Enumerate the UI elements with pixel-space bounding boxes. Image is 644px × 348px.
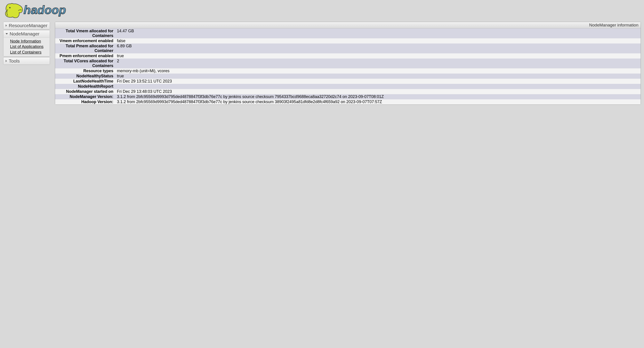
table-row: NodeManager started onFri Dec 29 13:48:0… [55,89,641,94]
info-label: Hadoop Version: [55,99,116,105]
info-label: LastNodeHealthTime [55,79,116,84]
info-table: Total Vmem allocated for Containers14.47… [55,29,641,105]
sidebar-label: ResourceManager [9,23,48,28]
table-row: Vmem enforcement enabledfalse [55,38,641,44]
info-label: Resource types [55,68,116,74]
info-value: 3.1.2 from 2bfc95569d9993d795ded4878847f… [116,94,641,99]
table-row: Pmem enforcement enabledtrue [55,53,641,59]
svg-point-0 [9,7,10,8]
hadoop-logo: hadoop [4,2,641,19]
table-row: Hadoop Version:3.1.2 from 2bfc95569d9993… [55,99,641,105]
info-label: Total Vmem allocated for Containers [55,29,116,38]
sidebar-header-nodemanager[interactable]: NodeManager [3,30,50,38]
table-row: NodeManager Version:3.1.2 from 2bfc95569… [55,94,641,99]
info-label: NodeManager started on [55,89,116,94]
info-value [116,84,641,89]
info-value: Fri Dec 29 13:52:11 UTC 2023 [116,79,641,84]
info-label: Pmem enforcement enabled [55,53,116,59]
sidebar-header-resourcemanager[interactable]: ResourceManager [3,22,50,29]
table-row: NodeHealthyStatustrue [55,74,641,79]
sidebar-link-list-applications[interactable]: List of Applications [10,44,48,49]
sidebar-link-list-containers[interactable]: List of Containers [10,50,48,55]
table-row: Resource typesmemory-mb (unit=Mi), vcore… [55,68,641,74]
sidebar-label: NodeManager [10,31,40,37]
sidebar-label: Tools [9,58,20,64]
sidebar-group-nodemanager: NodeManager Node Information List of App… [3,30,50,57]
sidebar-items-nodemanager: Node Information List of Applications Li… [3,38,50,56]
info-label: Total Pmem allocated for Container [55,44,116,53]
main-panel: NodeManager information Total Vmem alloc… [55,22,641,105]
table-row: NodeHealthReport [55,84,641,89]
info-label: NodeManager Version: [55,94,116,99]
table-row: Total VCores allocated for Containers2 [55,59,641,68]
info-value: 2 [116,59,641,68]
chevron-down-icon [6,33,8,35]
info-value: 6.89 GB [116,44,641,53]
sidebar-link-node-information[interactable]: Node Information [10,39,48,44]
sidebar: ResourceManager NodeManager Node Informa… [3,22,50,65]
info-label: NodeHealthReport [55,84,116,89]
info-value: 3.1.2 from 2bfc95569d9993d795ded4878847f… [116,99,641,105]
chevron-right-icon [6,25,7,27]
info-label: Vmem enforcement enabled [55,38,116,44]
table-row: Total Vmem allocated for Containers14.47… [55,29,641,38]
info-value: memory-mb (unit=Mi), vcores [116,68,641,74]
info-value: false [116,38,641,44]
sidebar-header-tools[interactable]: Tools [3,57,50,65]
chevron-right-icon [6,60,7,62]
info-label: NodeHealthyStatus [55,74,116,79]
table-row: Total Pmem allocated for Container6.89 G… [55,44,641,53]
table-row: LastNodeHealthTimeFri Dec 29 13:52:11 UT… [55,79,641,84]
info-value: true [116,74,641,79]
sidebar-group-tools: Tools [3,57,50,65]
info-value: true [116,53,641,59]
info-value: 14.47 GB [116,29,641,38]
sidebar-group-resourcemanager: ResourceManager [3,22,50,29]
info-label: Total VCores allocated for Containers [55,59,116,68]
info-value: Fri Dec 29 13:48:03 UTC 2023 [116,89,641,94]
panel-title: NodeManager information [55,22,641,29]
svg-text:hadoop: hadoop [24,3,66,16]
